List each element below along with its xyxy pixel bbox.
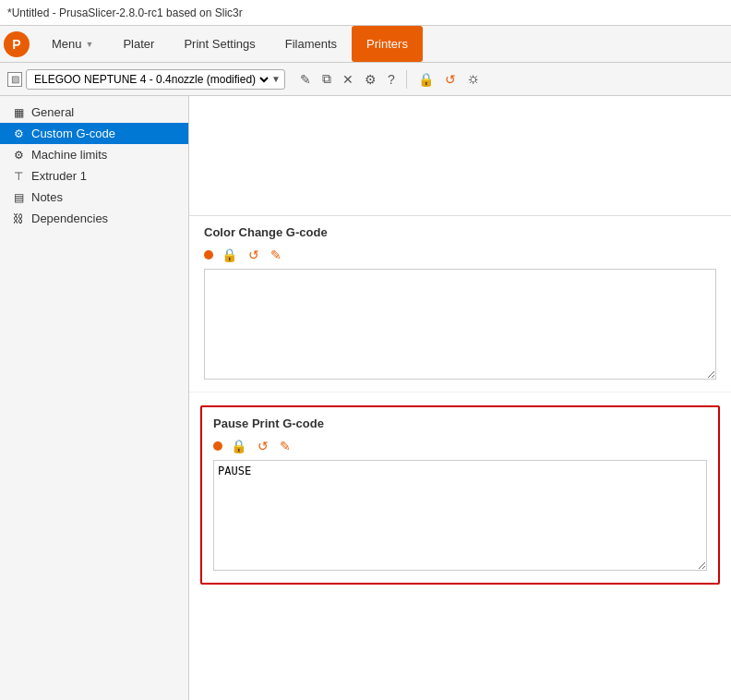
color-change-section: Color Change G-code 🔒 ↺ ✎ <box>189 216 731 392</box>
pause-dot <box>213 441 222 451</box>
color-change-lock-btn[interactable]: 🔒 <box>219 247 240 263</box>
notes-icon: ▤ <box>11 191 26 204</box>
color-change-toolbar: 🔒 ↺ ✎ <box>204 247 716 263</box>
sidebar-label-extruder1: Extruder 1 <box>31 169 87 183</box>
pause-edit-btn[interactable]: ✎ <box>277 438 294 454</box>
pause-print-section: Pause Print G-code 🔒 ↺ ✎ <box>200 405 720 585</box>
sidebar-item-general[interactable]: ▦ General <box>0 102 188 123</box>
sidebar-item-machine-limits[interactable]: ⚙ Machine limits <box>0 144 188 165</box>
sidebar-item-extruder1[interactable]: ⊤ Extruder 1 <box>0 165 188 187</box>
help-icon-btn[interactable]: ? <box>384 70 399 89</box>
title-text: *Untitled - PrusaSlicer-2.8.0-rc1 based … <box>7 6 243 19</box>
printer-icon: ▨ <box>7 72 22 87</box>
app-logo: P <box>4 31 30 57</box>
toolbar-divider <box>406 70 407 89</box>
sidebar-label-notes: Notes <box>31 190 63 204</box>
top-empty-area <box>189 96 731 216</box>
select-dropdown-icon: ▼ <box>271 74 281 84</box>
sidebar-label-custom-gcode: Custom G-code <box>31 127 115 140</box>
nav-plater[interactable]: Plater <box>108 26 169 62</box>
color-change-title: Color Change G-code <box>204 225 716 239</box>
top-nav: P Menu ▼ Plater Print Settings Filaments… <box>0 26 731 63</box>
delete-icon-btn[interactable]: ✕ <box>339 70 357 89</box>
printer-select[interactable]: ELEGOO NEPTUNE 4 - 0.4nozzle (modified) <box>30 72 271 87</box>
color-change-edit-btn[interactable]: ✎ <box>268 247 284 263</box>
sidebar-label-general: General <box>31 105 74 119</box>
pause-print-outer: Pause Print G-code 🔒 ↺ ✎ <box>189 392 731 597</box>
main-toolbar: ▨ ELEGOO NEPTUNE 4 - 0.4nozzle (modified… <box>0 63 731 96</box>
settings-icon-btn[interactable]: ⚙ <box>361 70 380 89</box>
menu-arrow-icon: ▼ <box>86 40 94 49</box>
pause-lock-btn[interactable]: 🔒 <box>228 438 249 454</box>
machine-limits-icon: ⚙ <box>11 149 26 162</box>
pause-print-toolbar: 🔒 ↺ ✎ <box>213 438 707 454</box>
color-change-undo-btn[interactable]: ↺ <box>246 247 262 263</box>
bottom-spacer <box>189 597 731 634</box>
content-area: Color Change G-code 🔒 ↺ ✎ Pause Print G-… <box>189 96 731 700</box>
lock-icon-btn[interactable]: 🔒 <box>414 70 437 89</box>
sidebar-label-dependencies: Dependencies <box>31 211 108 225</box>
color-change-textarea[interactable] <box>204 269 716 380</box>
sidebar: ▦ General ⚙ Custom G-code ⚙ Machine limi… <box>0 96 189 700</box>
nav-printers[interactable]: Printers <box>352 26 423 62</box>
sidebar-item-notes[interactable]: ▤ Notes <box>0 187 188 208</box>
undo-icon-btn[interactable]: ↺ <box>441 70 460 89</box>
extruder-icon: ⊤ <box>11 170 26 183</box>
edit-icon-btn[interactable]: ✎ <box>296 70 315 89</box>
sidebar-item-dependencies[interactable]: ⛓ Dependencies <box>0 208 188 229</box>
sidebar-label-machine-limits: Machine limits <box>31 148 107 162</box>
printer-select-wrap[interactable]: ELEGOO NEPTUNE 4 - 0.4nozzle (modified) … <box>26 69 285 90</box>
sidebar-item-custom-gcode[interactable]: ⚙ Custom G-code <box>0 123 188 144</box>
more-icon-btn[interactable]: ⛭ <box>463 70 484 89</box>
dependencies-icon: ⛓ <box>11 212 26 225</box>
nav-filaments[interactable]: Filaments <box>270 26 352 62</box>
nav-print-settings[interactable]: Print Settings <box>169 26 270 62</box>
custom-gcode-icon: ⚙ <box>11 127 26 140</box>
title-bar: *Untitled - PrusaSlicer-2.8.0-rc1 based … <box>0 0 731 26</box>
color-change-dot <box>204 250 213 259</box>
copy-icon-btn[interactable]: ⧉ <box>318 69 335 89</box>
main-layout: ▦ General ⚙ Custom G-code ⚙ Machine limi… <box>0 96 731 700</box>
pause-print-textarea[interactable] <box>213 460 707 571</box>
pause-undo-btn[interactable]: ↺ <box>255 438 271 454</box>
pause-print-title: Pause Print G-code <box>213 416 707 430</box>
nav-menu[interactable]: Menu ▼ <box>37 26 108 62</box>
general-icon: ▦ <box>11 106 26 119</box>
